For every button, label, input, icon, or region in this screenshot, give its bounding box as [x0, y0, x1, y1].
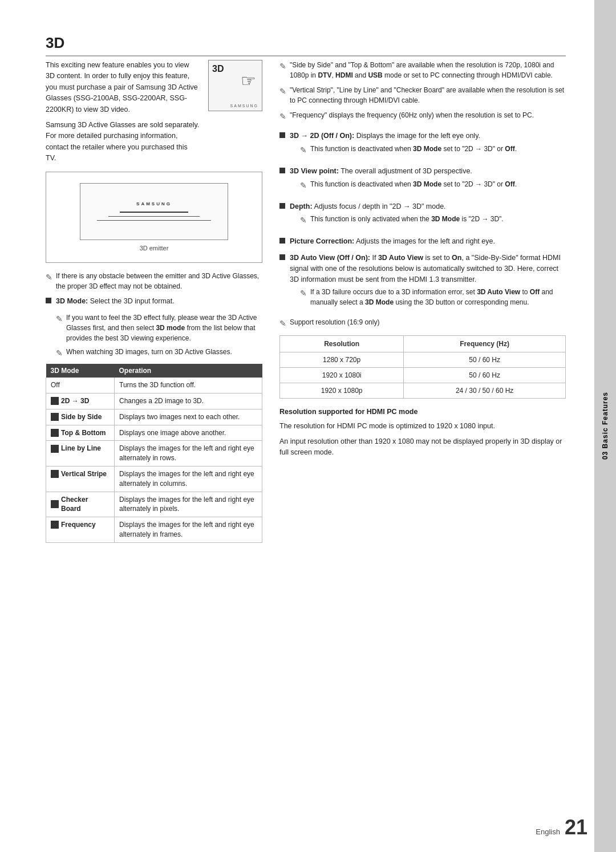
- note-icon-r5: ✎: [300, 180, 307, 192]
- bullet-av-sub: ✎ If a 3D failure occurs due to a 3D inf…: [300, 287, 566, 307]
- bullet-3dmode-text: 3D Mode: Select the 3D input format.: [56, 296, 175, 307]
- freq-720p: 50 / 60 Hz: [404, 352, 566, 368]
- bullet-3d2d-text: Displays the image for the left eye only…: [356, 132, 480, 140]
- sub-note-2-text: When watching 3D images, turn on 3D Acti…: [66, 347, 232, 359]
- mode-verticalstripe: Vertical Stripe: [46, 466, 115, 492]
- bullet-depth-content: Depth: Adjusts focus / depth in "2D → 3D…: [290, 201, 504, 231]
- bullet-3dmode-desc: Select the 3D input format.: [90, 297, 175, 305]
- hdmi-text1: The resolution for HDMI PC mode is optim…: [279, 421, 566, 432]
- mode-frequency: Frequency: [46, 517, 115, 543]
- sidebar-tab-label: 03 Basic Features: [598, 386, 612, 465]
- bullet-3d2d-sub: ✎ This function is deactivated when 3D M…: [300, 144, 517, 156]
- mode-off: Off: [46, 378, 115, 393]
- diagram-line1: [120, 212, 188, 213]
- note-icon-r6: ✎: [300, 214, 307, 226]
- mode-icon: [51, 470, 59, 478]
- bullet-3dmode-label: 3D Mode:: [56, 297, 88, 305]
- intro-text: This exciting new feature enables you to…: [46, 60, 200, 164]
- diagram-box: SAMSUNG: [80, 183, 228, 240]
- left-column: This exciting new feature enables you to…: [46, 60, 262, 818]
- res-row: 1280 x 720p 50 / 60 Hz: [280, 352, 566, 368]
- mode-icon: [51, 397, 59, 405]
- right-note-2: ✎ "Vertical Strip", "Line by Line" and "…: [279, 85, 566, 106]
- sub-note-1: ✎ If you want to feel the 3D effect full…: [56, 313, 262, 343]
- page-container: 3D This exciting new feature enables you…: [0, 0, 616, 852]
- bullet-3dautoview: 3D Auto View (Off / On): If 3D Auto View…: [279, 253, 566, 311]
- bullet-sq-r5: [279, 254, 285, 260]
- footer-page-number: 21: [565, 817, 587, 838]
- right-note-3: ✎ "Frequency" displays the frequency (60…: [279, 110, 566, 123]
- sub-notes-container: ✎ If you want to feel the 3D effect full…: [56, 313, 262, 359]
- op-verticalstripe: Displays the images for the left and rig…: [115, 466, 262, 492]
- table-row: Off Turns the 3D function off.: [46, 378, 262, 393]
- mode-icon: [51, 500, 59, 508]
- note-icon-1: ✎: [46, 271, 52, 291]
- op-off: Turns the 3D function off.: [115, 378, 262, 393]
- mode-table: 3D Mode Operation Off Turns the 3D funct…: [46, 364, 262, 543]
- bullet-sq-r1: [279, 132, 285, 138]
- right-note-1: ✎ "Side by Side" and "Top & Bottom" are …: [279, 60, 566, 80]
- op-linebyline: Displays the images for the left and rig…: [115, 441, 262, 466]
- res-720p: 1280 x 720p: [280, 352, 404, 368]
- mode-icon: [51, 429, 59, 437]
- mode-linebyline: Line by Line: [46, 441, 115, 466]
- freq-1080i: 50 / 60 Hz: [404, 368, 566, 383]
- table-row: Frequency Displays the images for the le…: [46, 517, 262, 543]
- res-header-resolution: Resolution: [280, 336, 404, 352]
- bullet-picturecorrection: Picture Correction: Adjusts the images f…: [279, 236, 566, 247]
- mode-icon: [51, 445, 59, 453]
- bullet-3d2d-label: 3D → 2D (Off / On):: [290, 132, 354, 140]
- note-icon-3: ✎: [56, 347, 63, 359]
- columns: This exciting new feature enables you to…: [46, 60, 566, 818]
- res-1080p: 1920 x 1080p: [280, 383, 404, 399]
- note-obstacle: ✎ If there is any obstacle between the e…: [46, 271, 262, 291]
- hdmi-section: Resolution supported for HDMI PC mode Th…: [279, 407, 566, 457]
- bullet-sq-r2: [279, 168, 285, 173]
- res-row: 1920 x 1080i 50 / 60 Hz: [280, 368, 566, 383]
- res-row: 1920 x 1080p 24 / 30 / 50 / 60 Hz: [280, 383, 566, 399]
- footer-language: English: [536, 827, 560, 836]
- table-row: Side by Side Displays two images next to…: [46, 409, 262, 425]
- bullet-depth-sub: ✎ This function is only activated when t…: [300, 214, 504, 226]
- mode-topbottom: Top & Bottom: [46, 425, 115, 441]
- emitter-diagram: SAMSUNG 3D emitter: [46, 172, 262, 263]
- op-frequency: Displays the images for the left and rig…: [115, 517, 262, 543]
- sub-note-1-text: If you want to feel the 3D effect fully,…: [66, 313, 262, 343]
- diagram-line3: [97, 220, 211, 221]
- table-row: 2D → 3D Changes a 2D image to 3D.: [46, 393, 262, 409]
- hand-icon: ☞: [241, 71, 256, 91]
- bullet-pc-text: Adjusts the images for the left and righ…: [356, 237, 495, 245]
- table-row: CheckerBoard Displays the images for the…: [46, 492, 262, 517]
- note-icon-r2: ✎: [279, 86, 286, 106]
- tv-3d-label: 3D: [212, 64, 224, 74]
- bullet-3dviewpoint-sub: ✎ This function is deactivated when 3D M…: [300, 179, 517, 192]
- table-header-mode: 3D Mode: [46, 364, 115, 378]
- note-icon-r3: ✎: [279, 111, 286, 123]
- support-note: ✎ Support resolution (16:9 only): [279, 317, 566, 330]
- table-row: Top & Bottom Displays one image above an…: [46, 425, 262, 441]
- op-checkerboard: Displays the images for the left and rig…: [115, 492, 262, 517]
- mode-2d3d: 2D → 3D: [46, 393, 115, 409]
- intro-section: This exciting new feature enables you to…: [46, 60, 262, 164]
- sub-3dviewpoint-text: This function is deactivated when 3D Mod…: [310, 179, 517, 192]
- samsung-logo-small: SAMSUNG: [230, 104, 258, 108]
- bullet-depth: Depth: Adjusts focus / depth in "2D → 3D…: [279, 201, 566, 231]
- bullet-depth-text: Adjusts focus / depth in "2D → 3D" mode.: [314, 202, 445, 210]
- bullet-3dmode: 3D Mode: Select the 3D input format.: [46, 296, 262, 307]
- table-row: Vertical Stripe Displays the images for …: [46, 466, 262, 492]
- note-obstacle-text: If there is any obstacle between the emi…: [56, 271, 262, 291]
- bullet-3dviewpoint-content: 3D View point: The overall adjustment of…: [290, 166, 517, 196]
- support-note-text: Support resolution (16:9 only): [290, 317, 379, 330]
- res-header-freq: Frequency (Hz): [404, 336, 566, 352]
- right-notes: ✎ "Side by Side" and "Top & Bottom" are …: [279, 60, 566, 457]
- bullet-3dviewpoint-label: 3D View point:: [290, 167, 339, 175]
- bullet-3dviewpoint-text: The overall adjustment of 3D perspective…: [341, 167, 472, 175]
- note-icon-r1: ✎: [279, 60, 286, 80]
- table-row: Line by Line Displays the images for the…: [46, 441, 262, 466]
- right-note-3-text: "Frequency" displays the frequency (60Hz…: [290, 110, 534, 123]
- bullet-depth-label: Depth:: [290, 202, 313, 210]
- op-topbottom: Displays one image above another.: [115, 425, 262, 441]
- emitter-label: 3D emitter: [140, 245, 169, 251]
- freq-1080p: 24 / 30 / 50 / 60 Hz: [404, 383, 566, 399]
- bullet-3dviewpoint: 3D View point: The overall adjustment of…: [279, 166, 566, 196]
